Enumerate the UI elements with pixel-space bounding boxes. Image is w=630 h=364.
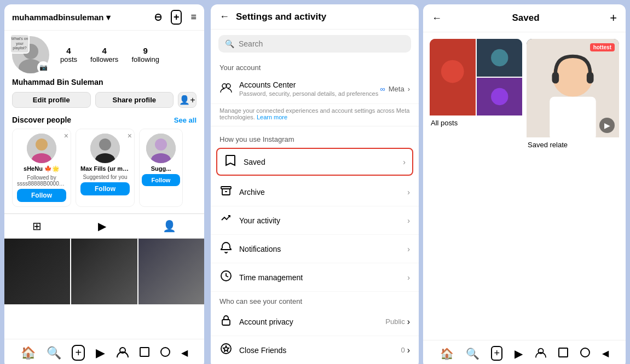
post-thumb-1[interactable] xyxy=(71,239,137,304)
discover-sub-0: Followed by ssss88888B000000000000 xyxy=(17,175,66,187)
nav-reels-icon-r[interactable]: ▶ xyxy=(515,347,523,360)
see-all-button[interactable]: See all xyxy=(174,116,196,124)
saved-grid: All posts hottest ▶ Saved relate xyxy=(423,32,626,155)
edit-profile-button[interactable]: Edit profile xyxy=(12,92,91,108)
nav-circle-icon[interactable] xyxy=(160,347,170,359)
accounts-center-item[interactable]: Accounts Center Password, security, pers… xyxy=(211,74,419,104)
notifications-item[interactable]: Notifications › xyxy=(211,235,419,263)
profile-header: muhammadbinsuleman ▾ ϴ + ≡ xyxy=(4,4,204,31)
search-icon: 🔍 xyxy=(225,39,234,48)
accounts-center-left: Accounts Center Password, security, pers… xyxy=(219,80,378,97)
discover-sub-1: Suggested for you xyxy=(83,174,127,180)
posts-stat: 4 posts xyxy=(60,46,77,63)
close-friends-item[interactable]: Close Friends 0 › xyxy=(211,336,419,364)
nav-back-icon-r[interactable]: ◀ xyxy=(602,348,609,359)
archive-chevron: › xyxy=(407,188,410,197)
discover-title: Discover people xyxy=(12,115,71,124)
follow-button-1[interactable]: Follow xyxy=(80,182,130,195)
close-card-1[interactable]: × xyxy=(128,131,132,140)
add-post-icon[interactable]: + xyxy=(171,10,182,25)
saved-item-relate[interactable]: hottest ▶ Saved relate xyxy=(527,39,619,149)
nav-back-icon[interactable]: ◀ xyxy=(181,348,188,358)
nav-profile-icon[interactable] xyxy=(116,345,129,361)
nav-circle-icon-r[interactable] xyxy=(580,348,590,360)
menu-icon[interactable]: ≡ xyxy=(190,11,196,23)
tab-grid[interactable]: ⊞ xyxy=(32,219,42,233)
follow-button-0[interactable]: Follow xyxy=(17,189,66,202)
nav-square-icon[interactable] xyxy=(140,347,149,359)
saved-left: Saved xyxy=(224,154,265,169)
profile-section: What's on your playlist? 📷 4 posts 4 fol… xyxy=(4,31,204,92)
following-stat[interactable]: 9 following xyxy=(131,46,159,63)
star-icon xyxy=(219,343,233,357)
saved-photo-2 xyxy=(477,78,523,115)
accounts-center-icon xyxy=(219,82,233,96)
saved-item-allposts[interactable]: All posts xyxy=(430,39,522,149)
nav-home-icon-r[interactable]: 🏠 xyxy=(440,347,454,360)
search-bar[interactable]: 🔍 xyxy=(218,35,411,53)
svg-point-20 xyxy=(491,49,508,66)
profile-top: What's on your playlist? 📷 4 posts 4 fol… xyxy=(12,36,196,73)
nav-profile-icon-r[interactable] xyxy=(535,346,547,361)
nav-home-icon[interactable]: 🏠 xyxy=(21,346,36,360)
content-tabs: ⊞ ▶ 👤 xyxy=(4,213,204,239)
close-friends-chevron: › xyxy=(407,345,410,355)
learn-more-link[interactable]: Learn more xyxy=(257,114,287,120)
svg-marker-15 xyxy=(223,346,229,351)
story-thumbnail[interactable]: What's on your playlist? xyxy=(10,34,30,54)
svg-rect-26 xyxy=(552,72,559,83)
nav-search-icon-r[interactable]: 🔍 xyxy=(466,347,479,360)
accounts-center-chevron: › xyxy=(408,85,410,93)
account-privacy-item[interactable]: Account privacy Public › xyxy=(211,308,419,336)
who-see-label: Who can see your content xyxy=(211,292,419,308)
discover-avatar-0[interactable] xyxy=(27,134,56,163)
plus-icon[interactable]: + xyxy=(610,11,617,25)
meta-label: Meta xyxy=(389,85,404,93)
add-person-button[interactable]: 👤+ xyxy=(178,92,196,108)
nav-square-icon-r[interactable] xyxy=(558,348,568,360)
time-management-item[interactable]: Time management › xyxy=(211,263,419,292)
profile-actions: Edit profile Share profile 👤+ xyxy=(4,92,204,112)
threads-icon[interactable]: ϴ xyxy=(154,11,162,24)
accounts-center-label: Accounts Center xyxy=(239,80,378,89)
svg-point-18 xyxy=(441,60,464,83)
svg-rect-13 xyxy=(222,320,230,325)
svg-point-6 xyxy=(155,138,167,151)
tab-reels[interactable]: ▶ xyxy=(98,219,106,233)
close-card-0[interactable]: × xyxy=(64,131,68,140)
share-profile-button[interactable]: Share profile xyxy=(95,92,174,108)
nav-add-icon-r[interactable]: + xyxy=(491,346,502,361)
camera-icon[interactable]: 📷 xyxy=(37,61,49,73)
header-icons: ϴ + ≡ xyxy=(154,10,196,25)
archive-item[interactable]: Archive › xyxy=(211,178,419,206)
post-thumb-2[interactable] xyxy=(138,239,204,304)
discover-avatar-1[interactable] xyxy=(90,134,120,163)
nav-add-icon[interactable]: + xyxy=(72,345,85,361)
bookmark-icon xyxy=(224,154,237,169)
notifications-chevron: › xyxy=(407,245,410,253)
close-friends-label: Close Friends xyxy=(239,346,286,355)
post-thumb-0[interactable] xyxy=(4,239,70,304)
username-row[interactable]: muhammadbinsuleman ▾ xyxy=(12,13,111,22)
tab-tagged[interactable]: 👤 xyxy=(163,219,176,233)
archive-icon xyxy=(219,184,233,199)
your-activity-item[interactable]: Your activity › xyxy=(211,206,419,235)
nav-search-icon[interactable]: 🔍 xyxy=(47,346,61,360)
discover-section: Discover people See all × sHeNu 🍁🌟 Follo… xyxy=(4,112,204,209)
activity-chevron: › xyxy=(407,216,410,225)
svg-rect-11 xyxy=(221,187,231,189)
chevron-down-icon[interactable]: ▾ xyxy=(106,13,111,22)
meta-right: ∞ Meta › xyxy=(380,85,410,93)
nav-reels-icon[interactable]: ▶ xyxy=(96,346,105,360)
svg-point-5 xyxy=(95,153,115,163)
follow-button-2[interactable]: Follow xyxy=(142,174,180,186)
back-button-right[interactable]: ← xyxy=(432,13,442,24)
followers-stat[interactable]: 4 followers xyxy=(90,46,118,63)
back-button-middle[interactable]: ← xyxy=(219,11,229,22)
search-input[interactable] xyxy=(239,39,404,48)
all-posts-photos xyxy=(430,39,522,115)
discover-avatar-2[interactable] xyxy=(146,134,176,163)
settings-title: Settings and activity xyxy=(236,11,326,22)
discover-card-2: Sugg... Follow xyxy=(139,129,183,207)
saved-item[interactable]: Saved › xyxy=(216,148,413,176)
